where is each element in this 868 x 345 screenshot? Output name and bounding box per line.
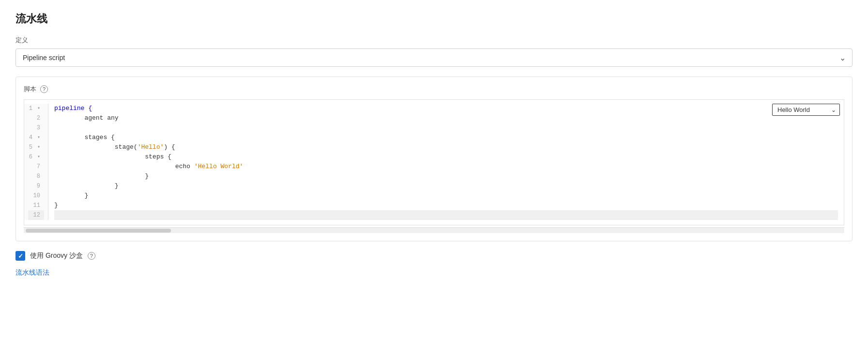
- line-num-7: 7: [28, 162, 44, 172]
- hello-world-dropdown-wrapper: Hello World ⌄: [772, 104, 840, 116]
- line-num-4: 4▾: [28, 133, 44, 142]
- code-line-12: [54, 210, 838, 220]
- definition-label: 定义: [16, 36, 852, 45]
- definition-select-wrapper: Pipeline script Pipeline script from SCM…: [16, 48, 852, 67]
- pipeline-syntax-link[interactable]: 流水线语法: [16, 268, 49, 276]
- code-token: pipeline {: [54, 105, 92, 112]
- code-line-5: stage('Hello') {: [54, 142, 838, 152]
- fold-5[interactable]: ▾: [34, 142, 40, 152]
- line-num-9: 9: [28, 181, 44, 191]
- script-section: 脚本 ? Hello World ⌄ 1▾ 2 3 4▾ 5▾ 6▾ 7 8 9: [16, 77, 852, 241]
- hello-world-select[interactable]: Hello World: [772, 104, 840, 116]
- code-line-1: pipeline {: [54, 104, 838, 113]
- fold-6[interactable]: ▾: [34, 152, 40, 162]
- fold-4[interactable]: ▾: [34, 133, 40, 142]
- page-title: 流水线: [16, 12, 852, 26]
- line-num-1: 1▾: [28, 104, 44, 113]
- code-line-2: agent any: [54, 113, 838, 123]
- code-editor: 1▾ 2 3 4▾ 5▾ 6▾ 7 8 9 10 11 12 pipeline …: [24, 100, 844, 224]
- scrollbar-thumb: [26, 229, 171, 233]
- script-help-icon[interactable]: ?: [40, 85, 48, 93]
- code-line-3: [54, 123, 838, 133]
- editor-scrollbar[interactable]: [24, 227, 844, 233]
- groovy-sandbox-row: 使用 Groovy 沙盒 ?: [16, 251, 852, 261]
- code-line-6: steps {: [54, 152, 838, 162]
- code-token: 'Hello World': [194, 163, 243, 170]
- line-numbers: 1▾ 2 3 4▾ 5▾ 6▾ 7 8 9 10 11 12: [24, 104, 48, 220]
- line-num-8: 8: [28, 172, 44, 181]
- line-num-6: 6▾: [28, 152, 44, 162]
- groovy-sandbox-label: 使用 Groovy 沙盒: [30, 251, 83, 260]
- code-line-9: }: [54, 181, 838, 191]
- definition-select[interactable]: Pipeline script Pipeline script from SCM: [16, 48, 852, 67]
- script-header: 脚本 ?: [24, 85, 844, 94]
- line-num-12: 12: [28, 210, 44, 220]
- code-token: 'Hello': [138, 143, 164, 151]
- code-editor-wrapper: Hello World ⌄ 1▾ 2 3 4▾ 5▾ 6▾ 7 8 9 10 1…: [24, 99, 844, 225]
- code-lines[interactable]: pipeline { agent any stages { stage('Hel…: [48, 104, 844, 220]
- script-label: 脚本: [24, 85, 36, 94]
- line-num-3: 3: [28, 123, 44, 133]
- line-num-11: 11: [28, 201, 44, 210]
- fold-1[interactable]: ▾: [34, 104, 40, 113]
- line-num-2: 2: [28, 113, 44, 123]
- code-line-8: }: [54, 172, 838, 181]
- hello-world-select-container: Hello World ⌄: [772, 104, 840, 116]
- line-num-10: 10: [28, 191, 44, 201]
- line-num-5: 5▾: [28, 142, 44, 152]
- code-line-7: echo 'Hello World': [54, 162, 838, 172]
- code-line-4: stages {: [54, 133, 838, 142]
- code-line-10: }: [54, 191, 838, 201]
- groovy-sandbox-help-icon[interactable]: ?: [88, 252, 95, 260]
- code-line-11: }: [54, 201, 838, 210]
- groovy-sandbox-checkbox[interactable]: [16, 251, 25, 261]
